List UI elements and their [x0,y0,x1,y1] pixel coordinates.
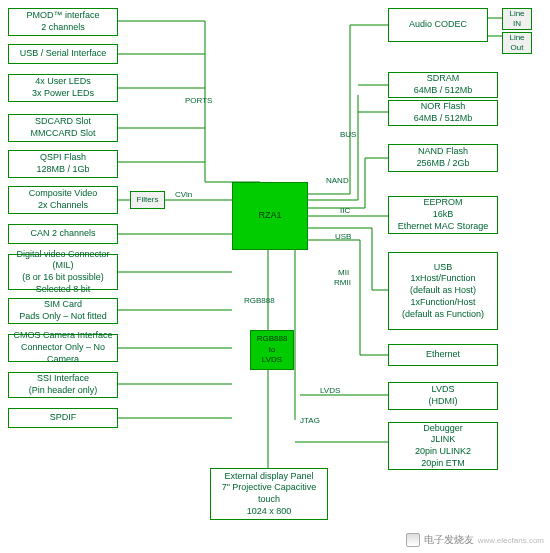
text: CMOS Camera Interface [13,330,112,342]
usb-block: USB 1xHost/Function (default as Host) 1x… [388,252,498,330]
jtag-label: JTAG [300,416,320,425]
cmos-camera-block: CMOS Camera Interface Connector Only – N… [8,334,118,362]
text: RGB888 [257,334,288,344]
sim-card-block: SIM Card Pads Only – Not fitted [8,298,118,324]
text: 20pin ETM [421,458,465,470]
watermark-brand: 电子发烧友 [424,533,474,547]
rgb888-to-lvds-block: RGB888 to LVDS [250,330,294,370]
ethernet-block: Ethernet [388,344,498,366]
text: LVDS [262,355,282,365]
text: SDRAM [427,73,460,85]
nor-flash-block: NOR Flash 64MB / 512Mb [388,100,498,126]
text: Line [509,33,524,43]
text: touch [258,494,280,506]
text: LVDS [432,384,455,396]
text: Pads Only – Not fitted [19,311,107,323]
text: SPDIF [50,412,77,424]
text: 3x Power LEDs [32,88,94,100]
filters-block: Filters [130,191,165,209]
bus-label: BUS [340,130,356,139]
text: 16kB [433,209,454,221]
lvds-hdmi-block: LVDS (HDMI) [388,382,498,410]
text: SDCARD Slot [35,116,91,128]
text: (default as Host) [410,285,476,297]
text: Debugger [423,423,463,435]
text: EEPROM [423,197,462,209]
text: Audio CODEC [409,19,467,31]
text: 7" Projective Capacitive [222,482,317,494]
external-display-block: External display Panel 7" Projective Cap… [210,468,328,520]
text: SSI Interface [37,373,89,385]
text: Filters [137,195,159,205]
audio-codec-block: Audio CODEC [388,8,488,42]
text: Digital video Connector (MIL) [11,249,115,272]
text: Composite Video [29,188,97,200]
text: JLINK [431,434,456,446]
text: 2 channels [41,22,85,34]
text: NOR Flash [421,101,466,113]
text: 128MB / 1Gb [36,164,89,176]
watermark: 电子发烧友 www.elecfans.com [406,533,544,547]
text: 2x Channels [38,200,88,212]
line-in-block: Line IN [502,8,532,30]
text: External display Panel [224,471,313,483]
text: Out [511,43,524,53]
text: USB / Serial Interface [20,48,107,60]
rza1-chip: RZA1 [232,182,308,250]
text: 1xFunction/Host [410,297,475,309]
text: RZA1 [258,210,281,222]
pmod-block: PMOD™ interface 2 channels [8,8,118,36]
mii-label: MII [338,268,349,277]
eeprom-block: EEPROM 16kB Ethernet MAC Storage [388,196,498,234]
text: SIM Card [44,299,82,311]
watermark-url: www.elecfans.com [478,536,544,545]
sdcard-block: SDCARD Slot MMCCARD Slot [8,114,118,142]
text: 256MB / 2Gb [416,158,469,170]
text: 4x User LEDs [35,76,91,88]
lvds-label: LVDS [320,386,340,395]
text: CAN 2 channels [30,228,95,240]
text: (default as Function) [402,309,484,321]
usb-label: USB [335,232,351,241]
digital-video-connector-block: Digital video Connector (MIL) (8 or 16 b… [8,254,118,290]
text: Line [509,9,524,19]
text: MMCCARD Slot [30,128,95,140]
nand-label: NAND [326,176,349,185]
elecfans-logo-icon [406,533,420,547]
ports-label: PORTS [185,96,212,105]
text: QSPI Flash [40,152,86,164]
text: (Pin header only) [29,385,98,397]
usb-serial-block: USB / Serial Interface [8,44,118,64]
text: to [269,345,276,355]
nand-flash-block: NAND Flash 256MB / 2Gb [388,144,498,172]
text: USB [434,262,453,274]
ssi-block: SSI Interface (Pin header only) [8,372,118,398]
rmii-label: RMII [334,278,351,287]
composite-video-block: Composite Video 2x Channels [8,186,118,214]
text: 1024 x 800 [247,506,292,518]
line-out-block: Line Out [502,32,532,54]
text: (HDMI) [429,396,458,408]
text: Ethernet [426,349,460,361]
text: 64MB / 512Mb [414,113,473,125]
text: 20pin ULINK2 [415,446,471,458]
text: Connector Only – No Camera [11,342,115,365]
text: PMOD™ interface [26,10,99,22]
text: Ethernet MAC Storage [398,221,489,233]
text: IN [513,19,521,29]
can-block: CAN 2 channels [8,224,118,244]
text: 64MB / 512Mb [414,85,473,97]
text: (8 or 16 bit possible) [22,272,104,284]
sdram-block: SDRAM 64MB / 512Mb [388,72,498,98]
user-leds-block: 4x User LEDs 3x Power LEDs [8,74,118,102]
iic-label: IIC [340,206,350,215]
spdif-block: SPDIF [8,408,118,428]
text: 1xHost/Function [410,273,475,285]
text: NAND Flash [418,146,468,158]
cvin-label: CVin [175,190,192,199]
qspi-block: QSPI Flash 128MB / 1Gb [8,150,118,178]
debugger-block: Debugger JLINK 20pin ULINK2 20pin ETM [388,422,498,470]
rgb888-label: RGB888 [244,296,275,305]
text: Selected 8 bit [36,284,91,296]
